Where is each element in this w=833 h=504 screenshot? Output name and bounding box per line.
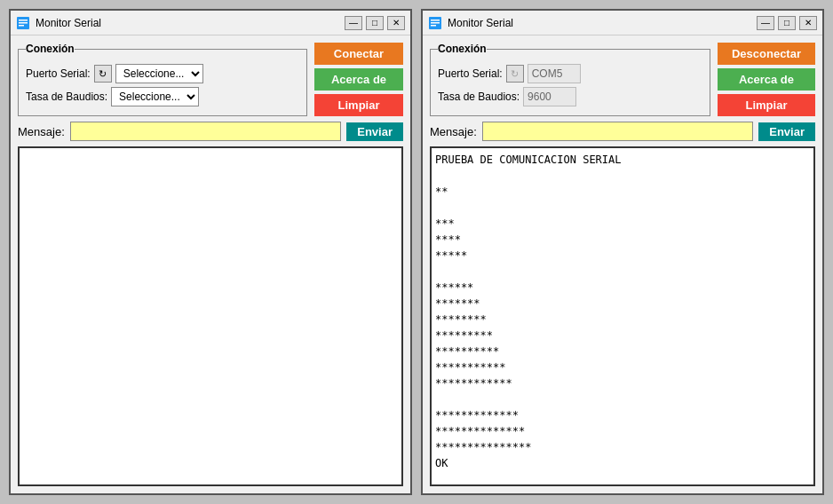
right-disconnect-btn[interactable]: Desconectar	[718, 43, 815, 65]
right-refresh-btn[interactable]: ↻	[506, 65, 524, 83]
left-limpiar-btn[interactable]: Limpiar	[314, 94, 403, 116]
left-minimize-btn[interactable]: —	[345, 16, 362, 30]
right-close-btn[interactable]: ✕	[799, 16, 817, 30]
left-top-section: Conexión Puerto Serial: ↻ Seleccione... …	[18, 43, 403, 116]
left-connect-btn[interactable]: Conectar	[314, 43, 403, 65]
svg-rect-5	[431, 20, 440, 21]
left-baud-row: Tasa de Baudios: Seleccione... 9600 1920…	[26, 87, 299, 106]
left-window-content: Conexión Puerto Serial: ↻ Seleccione... …	[11, 35, 410, 493]
left-title-left: Monitor Serial	[16, 16, 101, 30]
left-close-btn[interactable]: ✕	[387, 16, 405, 30]
right-mensaje-label: Mensaje:	[430, 125, 477, 138]
left-refresh-btn[interactable]: ↻	[94, 65, 112, 83]
right-buttons-group: Desconectar Acerca de Limpiar	[718, 43, 815, 116]
right-top-section: Conexión Puerto Serial: ↻ COM5 Tasa de B…	[430, 43, 815, 116]
svg-rect-2	[19, 22, 28, 24]
right-enviar-btn[interactable]: Enviar	[758, 122, 815, 141]
svg-rect-3	[19, 25, 24, 27]
left-window: Monitor Serial — □ ✕ Conexión Puerto Ser…	[9, 9, 412, 495]
left-connection-legend: Conexión	[26, 43, 75, 55]
right-title-bar: Monitor Serial — □ ✕	[423, 11, 822, 35]
left-enviar-btn[interactable]: Enviar	[346, 122, 403, 141]
left-mensaje-row: Mensaje: Enviar	[18, 122, 403, 141]
right-port-row: Puerto Serial: ↻ COM5	[438, 64, 702, 83]
left-maximize-btn[interactable]: □	[366, 16, 384, 30]
left-mensaje-label: Mensaje:	[18, 125, 65, 138]
right-mensaje-input[interactable]	[482, 122, 754, 141]
left-port-label: Puerto Serial:	[26, 67, 91, 80]
left-connection-group: Conexión Puerto Serial: ↻ Seleccione... …	[18, 43, 307, 116]
right-acerca-btn[interactable]: Acerca de	[718, 68, 815, 91]
left-acerca-btn[interactable]: Acerca de	[314, 68, 403, 91]
left-window-title: Monitor Serial	[36, 17, 101, 29]
right-mensaje-row: Mensaje: Enviar	[430, 122, 815, 141]
right-port-label: Puerto Serial:	[438, 67, 503, 80]
right-maximize-btn[interactable]: □	[778, 16, 796, 30]
right-title-left: Monitor Serial	[428, 16, 513, 30]
right-port-value: COM5	[528, 64, 581, 83]
left-output-area	[18, 146, 403, 486]
svg-rect-7	[431, 25, 436, 27]
right-baud-value: 9600	[523, 87, 576, 106]
left-baud-label: Tasa de Baudios:	[26, 91, 107, 103]
svg-rect-1	[19, 20, 28, 21]
left-baud-select[interactable]: Seleccione... 9600 19200 38400 57600 115…	[111, 87, 199, 106]
left-title-controls: — □ ✕	[345, 16, 405, 30]
right-window: Monitor Serial — □ ✕ Conexión Puerto Ser…	[421, 9, 824, 495]
right-window-title: Monitor Serial	[448, 17, 513, 29]
svg-rect-6	[431, 22, 440, 24]
right-window-content: Conexión Puerto Serial: ↻ COM5 Tasa de B…	[423, 35, 822, 493]
app-icon-left	[16, 16, 30, 30]
left-buttons-group: Conectar Acerca de Limpiar	[314, 43, 403, 116]
right-baud-row: Tasa de Baudios: 9600	[438, 87, 702, 106]
right-minimize-btn[interactable]: —	[757, 16, 774, 30]
right-title-controls: — □ ✕	[757, 16, 817, 30]
right-limpiar-btn[interactable]: Limpiar	[718, 94, 815, 116]
right-connection-legend: Conexión	[438, 43, 487, 55]
right-baud-label: Tasa de Baudios:	[438, 91, 520, 103]
right-output-area: PRUEBA DE COMUNICACION SERIAL ** *** ***…	[430, 146, 815, 486]
right-connection-group: Conexión Puerto Serial: ↻ COM5 Tasa de B…	[430, 43, 710, 116]
left-title-bar: Monitor Serial — □ ✕	[11, 11, 410, 35]
left-mensaje-input[interactable]	[70, 122, 342, 141]
app-icon-right	[428, 16, 442, 30]
left-port-row: Puerto Serial: ↻ Seleccione... COM1 COM2…	[26, 64, 299, 83]
left-port-select[interactable]: Seleccione... COM1 COM2 COM3 COM4 COM5	[115, 64, 203, 83]
